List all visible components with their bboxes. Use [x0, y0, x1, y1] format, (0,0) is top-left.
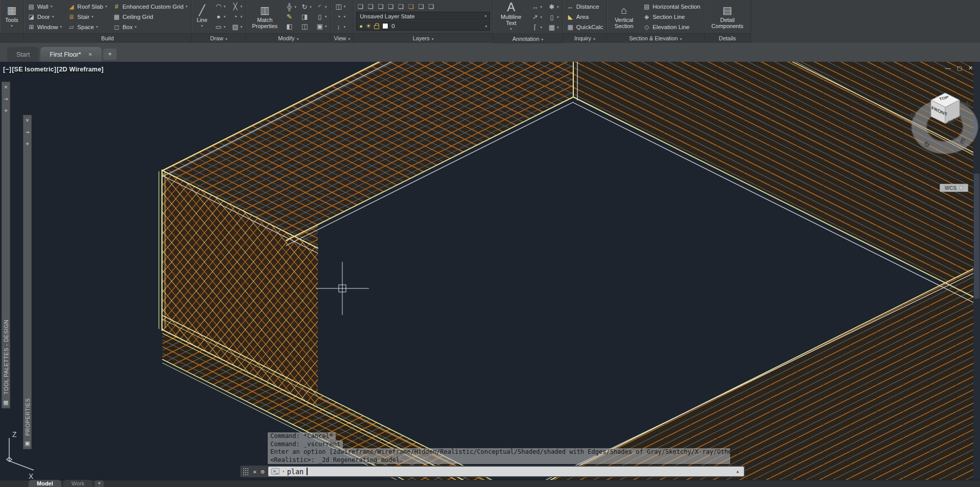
horizontal-section-button[interactable]: ▤Horizontal Section: [642, 2, 701, 11]
viewcube[interactable]: W S E N TOP FRONT RIGHT WCS: [911, 91, 978, 206]
bulb-icon[interactable]: ●: [359, 23, 363, 29]
modify-panel-label[interactable]: Modify▾: [246, 33, 330, 43]
inquiry-panel-label[interactable]: Inquiry▾: [563, 33, 606, 43]
fillet-button[interactable]: ◜▾: [315, 3, 328, 12]
command-bar[interactable]: ✕ ⚙ >_ ▾ plan ▲: [240, 466, 745, 477]
rotate-button[interactable]: ↻▾: [299, 3, 313, 12]
line-button[interactable]: ╱ Line ▾: [194, 1, 210, 32]
drawing-viewport[interactable]: Z X [−] [SE Isometric] [2D Wireframe] — …: [0, 62, 980, 480]
array-button[interactable]: ▣▾: [315, 22, 328, 31]
enhanced-custom-grid-button[interactable]: #Enhanced Custom Grid▾: [112, 2, 189, 11]
rectangle-button[interactable]: ▭▾: [214, 22, 227, 32]
layers-panel-label[interactable]: Layers▾: [354, 33, 493, 43]
visual-style-button[interactable]: ◔▾: [334, 12, 347, 21]
minimize-icon[interactable]: —: [945, 65, 950, 71]
close-icon[interactable]: ✕: [88, 52, 92, 57]
tab-model[interactable]: Model: [29, 480, 61, 487]
wall-button[interactable]: ▤Wall▾: [27, 2, 63, 11]
drag-grip-icon[interactable]: [243, 468, 249, 476]
details-panel-label[interactable]: Details: [705, 33, 751, 43]
stair-button[interactable]: ≣Stair▾: [66, 12, 108, 21]
sun-icon[interactable]: ☀: [366, 22, 371, 30]
view-panel-label[interactable]: View▾: [331, 33, 354, 43]
quickcalc-button[interactable]: ▦QuickCalc: [566, 22, 604, 32]
layer-freeze-icon[interactable]: ❏: [388, 3, 394, 10]
window-button[interactable]: ⊞Window▾: [27, 22, 63, 32]
wcs-dropdown[interactable]: WCS: [940, 184, 968, 192]
zoom-extents-button[interactable]: ↕▾: [334, 22, 347, 32]
layer-properties-icon[interactable]: ❏: [358, 3, 363, 10]
box-button[interactable]: ◻Box▾: [112, 22, 189, 32]
match-properties-button[interactable]: ▥ Match Properties: [249, 1, 281, 32]
move-button[interactable]: ╬▾: [284, 3, 297, 12]
hatch-button[interactable]: ▨▾: [230, 22, 244, 32]
elevation-line-button[interactable]: ◇Elevation Line: [642, 22, 701, 32]
detail-components-button[interactable]: ▤ Detail Components: [707, 1, 748, 32]
distance-button[interactable]: ↔Distance: [566, 2, 604, 11]
door-button[interactable]: ◪Door▾: [27, 12, 63, 21]
viewport-visual-style-control[interactable]: [2D Wireframe]: [57, 66, 104, 73]
layer-state-dropdown[interactable]: Unsaved Layer State ▾: [356, 12, 490, 20]
section-line-button[interactable]: ◈Section Line: [642, 12, 701, 21]
close-icon[interactable]: ✕: [968, 65, 973, 71]
viewport-view-control[interactable]: [SE Isometric]: [12, 66, 56, 73]
space-button[interactable]: ▱Space▾: [66, 22, 108, 32]
close-icon[interactable]: ✕: [249, 468, 261, 475]
section-elevation-panel-label[interactable]: Section & Elevation▾: [607, 33, 704, 43]
layer-color-swatch[interactable]: [382, 23, 388, 29]
view-cube-button[interactable]: ◫▾: [334, 2, 347, 11]
new-drawing-tab-button[interactable]: +: [103, 48, 116, 60]
tools-button[interactable]: ▦ Tools ▾: [3, 1, 21, 32]
recent-commands-icon[interactable]: ▾: [282, 470, 284, 474]
close-icon[interactable]: ✕: [26, 118, 30, 123]
copy-button[interactable]: ◨: [299, 12, 313, 21]
build-panel-label[interactable]: Build: [24, 33, 191, 43]
point-button[interactable]: ◔▾: [230, 12, 244, 21]
leader-button[interactable]: ↗▾: [530, 12, 543, 21]
multiline-text-button[interactable]: A Multiline Text ▾: [496, 1, 526, 33]
properties-palette-bar[interactable]: ✕ ⇥ ✳ PROPERTIES ▣: [23, 115, 32, 449]
area-button[interactable]: ◣Area: [566, 12, 604, 21]
new-layout-button[interactable]: +: [95, 480, 104, 487]
lock-icon[interactable]: [374, 25, 379, 29]
layer-previous-icon[interactable]: ❏: [418, 3, 424, 10]
layer-on-icon[interactable]: ❏: [368, 3, 374, 10]
customize-wrench-icon[interactable]: ⚙: [261, 468, 268, 475]
close-icon[interactable]: ✕: [4, 85, 8, 90]
command-input[interactable]: >_ ▾ plan ▲: [268, 467, 744, 476]
revision-cloud-button[interactable]: ✱▾: [547, 2, 560, 11]
stretch-button[interactable]: ▯▾: [315, 12, 328, 21]
ceiling-grid-button[interactable]: ▦Ceiling Grid: [112, 12, 189, 21]
properties-gear-icon[interactable]: ✳: [4, 108, 8, 113]
dimension-button[interactable]: ↔▾: [530, 2, 543, 11]
layer-dropdown[interactable]: ● ☀ 0 ▾: [356, 21, 490, 31]
erase-button[interactable]: ✎: [284, 12, 297, 21]
layer-states-icon[interactable]: ❏: [429, 3, 434, 10]
autohide-icon[interactable]: ⇥: [4, 96, 8, 102]
annotation-panel-label[interactable]: Annotation▾: [493, 34, 563, 43]
arc-button[interactable]: ◠▾: [214, 2, 227, 11]
dim-style-button[interactable]: ▯▾: [547, 12, 560, 21]
viewport-minus-control[interactable]: [−]: [3, 66, 11, 73]
tool-palettes-bar[interactable]: ✕ ⇥ ✳ TOOL PALETTES - DESIGN ▦: [2, 82, 10, 408]
history-up-icon[interactable]: ▲: [736, 469, 741, 474]
pedit-button[interactable]: ◫: [299, 22, 313, 31]
layer-match-icon[interactable]: ❏: [408, 3, 414, 10]
layer-isolate-icon[interactable]: ❏: [378, 3, 384, 10]
tab-start[interactable]: Start: [7, 47, 39, 62]
tab-work[interactable]: Work: [63, 480, 92, 487]
table-button[interactable]: ▦▾: [547, 22, 560, 32]
polyline-button[interactable]: ╳▾: [230, 2, 244, 11]
properties-gear-icon[interactable]: ✳: [26, 141, 30, 147]
draw-panel-label[interactable]: Draw▾: [192, 33, 246, 43]
ellipse-button[interactable]: ●▾: [214, 12, 227, 21]
vertical-section-button[interactable]: ⌂ Vertical Section: [610, 1, 638, 32]
roof-slab-button[interactable]: ◢Roof Slab▾: [66, 2, 108, 11]
tab-first-floor[interactable]: First Floor* ✕: [40, 47, 102, 62]
trim-button[interactable]: ◧: [284, 22, 297, 31]
annotation-tag-button[interactable]: ⌈▾: [530, 22, 543, 32]
viewcube-cube[interactable]: TOP FRONT RIGHT: [927, 91, 964, 128]
layer-make-current-icon[interactable]: ❏: [398, 3, 404, 10]
restore-icon[interactable]: ▢: [956, 65, 962, 71]
autohide-icon[interactable]: ⇥: [26, 130, 30, 135]
